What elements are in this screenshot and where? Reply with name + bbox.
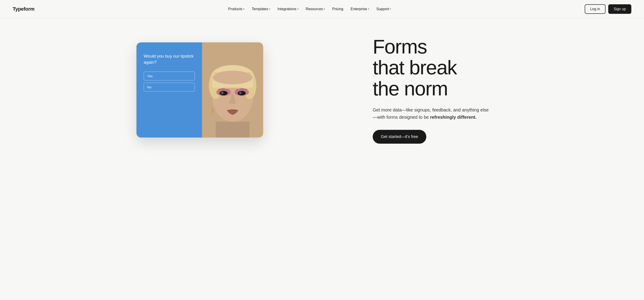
hero-section: Would you buy our lipstick again? Yes No <box>118 18 526 162</box>
svg-point-14 <box>239 92 242 94</box>
svg-point-15 <box>212 107 214 109</box>
form-preview-wrapper: Would you buy our lipstick again? Yes No <box>136 42 268 137</box>
form-preview-card: Would you buy our lipstick again? Yes No <box>136 42 263 137</box>
hero-subtext: Get more data—like signups, feedback, an… <box>373 106 490 121</box>
svg-point-12 <box>238 91 246 95</box>
nav-label-support: Support <box>376 7 389 11</box>
login-button[interactable]: Log in <box>585 4 606 14</box>
form-option-yes[interactable]: Yes <box>144 72 195 80</box>
chevron-down-icon: ▾ <box>269 8 270 10</box>
headline-line1: Forms <box>373 35 427 58</box>
form-question-text: Would you buy our lipstick again? <box>144 53 195 65</box>
chevron-down-icon: ▾ <box>243 8 244 10</box>
brand-logo[interactable]: Typeform <box>13 6 34 12</box>
nav-label-resources: Resources <box>306 7 323 11</box>
form-option-no[interactable]: No <box>144 83 195 92</box>
nav-item-integrations[interactable]: Integrations ▾ <box>274 5 302 13</box>
nav-label-pricing: Pricing <box>332 7 343 11</box>
svg-point-18 <box>236 86 241 89</box>
nav-label-templates: Templates <box>252 7 268 11</box>
headline-line2: that break <box>373 56 457 79</box>
form-right-panel <box>202 42 263 137</box>
nav-actions: Log in Sign up <box>585 4 631 14</box>
nav-item-support[interactable]: Support ▾ <box>373 5 394 13</box>
navbar: Typeform Products ▾ Templates ▾ Integrat… <box>0 0 644 18</box>
nav-label-integrations: Integrations <box>278 7 296 11</box>
svg-point-11 <box>220 91 228 95</box>
nav-label-enterprise: Enterprise <box>350 7 367 11</box>
chevron-down-icon: ▾ <box>390 8 391 10</box>
nav-item-templates[interactable]: Templates ▾ <box>248 5 273 13</box>
nav-menu: Products ▾ Templates ▾ Integrations ▾ Re… <box>225 5 394 13</box>
svg-rect-16 <box>212 109 213 113</box>
svg-point-8 <box>213 71 252 84</box>
nav-label-products: Products <box>228 7 242 11</box>
nav-item-products[interactable]: Products ▾ <box>225 5 248 13</box>
form-options: Yes No <box>144 72 195 92</box>
hero-text: Forms that break the norm Get more data—… <box>373 36 513 144</box>
chevron-down-icon: ▾ <box>324 8 325 10</box>
hero-headline: Forms that break the norm <box>373 36 513 99</box>
hero-subtext-bold: refreshingly different. <box>430 115 476 120</box>
cta-button[interactable]: Get started—it's free <box>373 130 426 144</box>
nav-item-enterprise[interactable]: Enterprise ▾ <box>347 5 372 13</box>
form-left-panel: Would you buy our lipstick again? Yes No <box>136 42 202 137</box>
nav-item-resources[interactable]: Resources ▾ <box>302 5 328 13</box>
svg-point-13 <box>221 92 224 94</box>
chevron-down-icon: ▾ <box>368 8 369 10</box>
signup-button[interactable]: Sign up <box>608 4 631 14</box>
chevron-down-icon: ▾ <box>297 8 298 10</box>
nav-item-pricing[interactable]: Pricing <box>329 5 346 13</box>
headline-line3: the norm <box>373 77 448 100</box>
svg-rect-2 <box>216 122 250 137</box>
person-illustration <box>202 42 263 137</box>
svg-point-17 <box>224 86 230 89</box>
